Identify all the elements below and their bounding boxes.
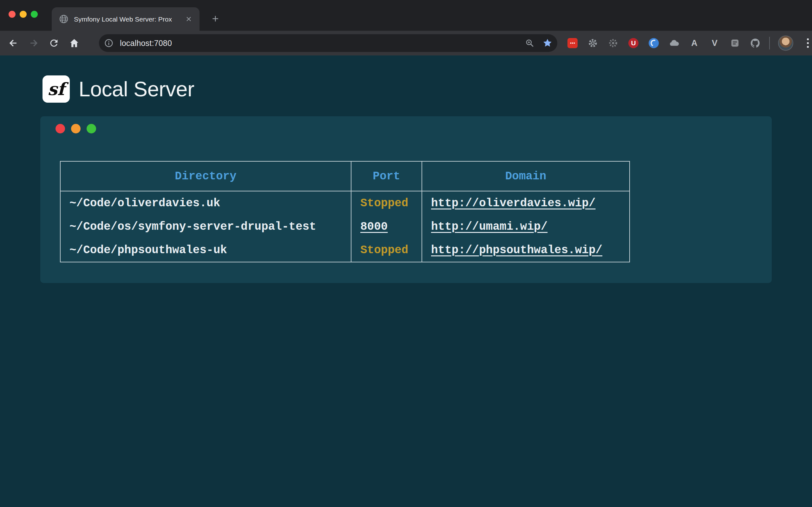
table-header-row: Directory Port Domain (60, 161, 629, 191)
directory-cell: ~/Code/oliverdavies.uk (60, 191, 351, 215)
back-button[interactable] (7, 37, 20, 49)
extension-letter-v-icon[interactable]: V (709, 38, 720, 49)
extension-ublock-icon[interactable]: U (628, 38, 639, 49)
forward-button[interactable] (27, 37, 40, 49)
tab-title: Symfony Local Web Server: Prox (74, 16, 181, 22)
domain-link[interactable]: http://umami.wip/ (431, 220, 548, 233)
table-row: ~/Code/phpsouthwales-uk Stopped http://p… (60, 238, 629, 262)
window-zoom-button[interactable] (31, 11, 38, 18)
home-button[interactable] (68, 37, 81, 49)
table-row: ~/Code/oliverdavies.uk Stopped http://ol… (60, 191, 629, 215)
domain-link[interactable]: http://oliverdavies.wip/ (431, 197, 595, 210)
header-domain: Domain (422, 161, 629, 191)
extension-cloud-icon[interactable] (668, 38, 680, 49)
bookmark-star-icon[interactable] (542, 38, 553, 49)
port-status: Stopped (360, 197, 408, 210)
extension-gear-icon[interactable] (587, 38, 599, 49)
zoom-icon[interactable] (524, 38, 535, 49)
globe-favicon-icon (59, 14, 69, 24)
page-brand: sf Local Server (43, 75, 194, 103)
url-port: :7080 (152, 39, 172, 48)
profile-avatar[interactable] (778, 36, 793, 51)
port-link[interactable]: 8000 (360, 220, 388, 233)
browser-tab[interactable]: Symfony Local Web Server: Prox (52, 7, 200, 31)
window-controls (9, 11, 38, 18)
table-row: ~/Code/os/symfony-server-drupal-test 800… (60, 215, 629, 238)
browser-window: Symfony Local Web Server: Prox (0, 0, 812, 507)
page-title: Local Server (79, 77, 194, 101)
panel-dot-red (55, 124, 65, 133)
extension-cog-icon[interactable] (607, 38, 619, 49)
url-host: localhost (120, 39, 152, 48)
page-content: sf Local Server Directory Port Domain (0, 55, 812, 507)
symfony-logo: sf (43, 75, 70, 103)
panel-dot-green (87, 124, 96, 133)
reload-button[interactable] (48, 37, 60, 49)
window-close-button[interactable] (9, 11, 15, 18)
url-text: localhost:7080 (120, 39, 172, 48)
toolbar-separator (769, 37, 770, 49)
new-tab-button[interactable] (208, 11, 223, 26)
domain-link[interactable]: http://phpsouthwales.wip/ (431, 244, 602, 257)
servers-table: Directory Port Domain ~/Code/oliverdavie… (60, 161, 630, 262)
extension-tile-icon[interactable] (729, 38, 741, 49)
browser-toolbar: localhost:7080 (0, 31, 812, 55)
header-port: Port (351, 161, 422, 191)
extension-github-octocat-icon[interactable] (750, 38, 761, 49)
port-status: Stopped (360, 244, 408, 257)
directory-cell: ~/Code/phpsouthwales-uk (60, 238, 351, 262)
extension-blue-circle-icon[interactable] (648, 38, 659, 49)
browser-menu-icon[interactable] (802, 37, 812, 49)
extension-red-dots-icon[interactable] (567, 38, 578, 49)
server-panel: Directory Port Domain ~/Code/oliverdavie… (40, 116, 772, 283)
tab-strip: Symfony Local Web Server: Prox (0, 0, 812, 31)
url-bar[interactable]: localhost:7080 (99, 34, 557, 52)
panel-dot-orange (71, 124, 81, 133)
extensions-bar: U A V (567, 38, 761, 49)
tab-close-icon[interactable] (184, 14, 194, 24)
header-directory: Directory (60, 161, 351, 191)
panel-traffic-dots (55, 124, 96, 133)
site-info-icon[interactable] (103, 38, 114, 49)
window-minimize-button[interactable] (20, 11, 27, 18)
directory-cell: ~/Code/os/symfony-server-drupal-test (60, 215, 351, 238)
extension-letter-a-icon[interactable]: A (689, 38, 700, 49)
